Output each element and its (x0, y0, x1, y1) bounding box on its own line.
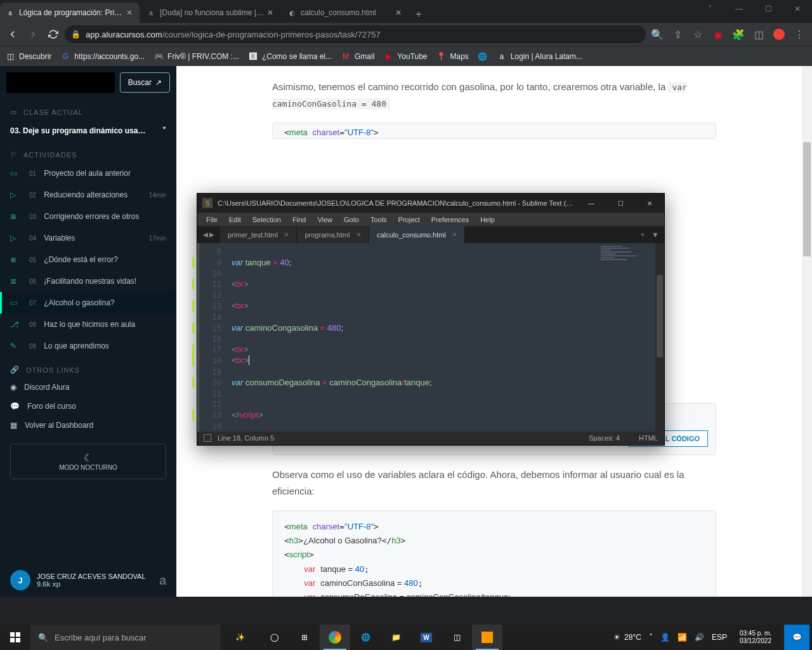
activity-item[interactable]: ▭01Proyecto del aula anterior (0, 162, 176, 184)
editor-tab-active[interactable]: calculo_consumo.html× (369, 226, 465, 243)
share-icon[interactable]: ⇪ (669, 25, 686, 43)
menu-find[interactable]: Find (287, 215, 311, 225)
bookmark-item[interactable]: 🌐 (478, 51, 488, 62)
link-forum[interactable]: 💬Foro del curso (0, 397, 176, 416)
dark-mode-toggle[interactable]: ☾ MODO NOCTURNO (10, 444, 166, 479)
syntax-setting[interactable]: HTML (639, 434, 658, 442)
taskbar-sublime[interactable] (472, 625, 502, 650)
menu-file[interactable]: File (201, 215, 223, 225)
indent-setting[interactable]: Spaces: 4 (589, 434, 620, 442)
zoom-icon[interactable]: 🔍 (648, 25, 666, 43)
reload-button[interactable] (44, 25, 62, 43)
sidepanel-icon[interactable]: ◫ (750, 25, 768, 43)
cortana-icon[interactable]: ✨ (221, 625, 259, 650)
bookmark-item[interactable]: 📍Maps (436, 51, 469, 62)
scroll-thumb[interactable] (803, 142, 811, 256)
browser-tab[interactable]: ◐ calculo_consumo.html ✕ (282, 3, 409, 23)
link-discord[interactable]: ◉Discord Alura (0, 378, 176, 397)
extensions-icon[interactable]: 🧩 (730, 25, 747, 43)
forward-button[interactable] (24, 25, 42, 43)
notification-icon[interactable]: 💬 (784, 625, 809, 650)
weather-widget[interactable]: ☀28°C (613, 633, 641, 642)
menu-goto[interactable]: Goto (339, 215, 364, 225)
activity-item[interactable]: ≣06¡Facilitando nuestras vidas! (0, 270, 176, 292)
editor-tab[interactable]: programa.html× (297, 226, 369, 243)
wifi-icon[interactable]: 📶 (678, 633, 687, 642)
taskview-icon[interactable]: ◯ (259, 625, 289, 650)
chevron-up-icon[interactable]: ˄ (649, 633, 653, 642)
bookmark-item[interactable]: 🅱¿Como se llama el... (248, 51, 332, 62)
taskbar-edge[interactable]: 🌐 (350, 625, 381, 650)
menu-preferences[interactable]: Preferences (426, 215, 474, 225)
sublime-titlebar[interactable]: S C:\Users\USUARIO\Documents\JOSELO\LOGI… (197, 194, 664, 213)
activity-item[interactable]: ✎09Lo que aprendimos (0, 335, 176, 357)
menu-selection[interactable]: Selection (247, 215, 286, 225)
panel-toggle-icon[interactable] (204, 434, 211, 442)
taskbar-search[interactable]: 🔍 Escribe aquí para buscar (30, 625, 221, 650)
close-icon[interactable]: ✕ (265, 8, 275, 18)
sublime-window[interactable]: S C:\Users\USUARIO\Documents\JOSELO\LOGI… (197, 193, 665, 446)
tab-nav[interactable]: ◀ ▶ (197, 226, 220, 243)
scroll-thumb[interactable] (657, 275, 663, 357)
search-button[interactable]: Buscar ↗ (120, 72, 170, 93)
activity-item[interactable]: ▷02Reduciendo alteraciones14min (0, 184, 176, 206)
activity-item[interactable]: ⎇08Haz lo que hicimos en aula (0, 314, 176, 335)
menu-edit[interactable]: Edit (224, 215, 246, 225)
profile-button[interactable] (770, 25, 788, 43)
bookmark-item[interactable]: Ghttps://accounts.go... (60, 51, 145, 62)
bookmark-item[interactable]: ▶YouTube (383, 51, 427, 62)
bookmark-item[interactable]: MGmail (341, 51, 374, 62)
code-area[interactable]: var tanque = 40; <br> <br> var caminoCon… (226, 243, 598, 431)
user-profile[interactable]: J JOSE CRUZ ACEVES SANDOVAL 9.6k xp a (0, 564, 176, 597)
search-input[interactable] (6, 72, 115, 93)
volume-icon[interactable]: 🔊 (695, 633, 704, 642)
bookmark-item[interactable]: 🎮Friv® | FRIV.COM :... (154, 51, 239, 62)
menu-help[interactable]: Help (475, 215, 500, 225)
activity-item[interactable]: ≣05¿Dónde está el error? (0, 249, 176, 270)
minimize-icon[interactable]: — (724, 0, 754, 18)
minimap[interactable] (598, 243, 655, 431)
chevron-down-icon[interactable]: ▼ (652, 230, 659, 239)
address-bar[interactable]: 🔒 app.aluracursos.com/course/logica-de-p… (65, 25, 646, 43)
activity-item[interactable]: ▷04Variables17min (0, 227, 176, 249)
plus-icon[interactable]: ＋ (639, 229, 646, 240)
scrollbar[interactable] (802, 66, 812, 597)
browser-tab[interactable]: a [Duda] no funciona sublime | Pro ✕ (141, 3, 280, 23)
star-icon[interactable]: ☆ (689, 25, 707, 43)
minimize-icon[interactable]: — (577, 194, 606, 213)
menu-tools[interactable]: Tools (365, 215, 392, 225)
close-icon[interactable]: × (356, 230, 361, 239)
bookmark-item[interactable]: aLogin | Alura Latam... (497, 51, 582, 62)
extension-icon[interactable]: ◉ (709, 25, 727, 43)
bookmark-item[interactable]: ◫Descubrir (5, 51, 51, 62)
clock[interactable]: 03:45 p. m. 03/12/2022 (735, 630, 776, 645)
menu-project[interactable]: Project (393, 215, 425, 225)
editor-body[interactable]: 89101112131415161718192021222324 var tan… (197, 243, 664, 431)
editor-tab[interactable]: primer_test.html× (220, 226, 297, 243)
taskbar-word[interactable]: W (411, 625, 442, 650)
people-icon[interactable]: 👤 (660, 633, 670, 642)
maximize-icon[interactable]: ☐ (754, 0, 783, 18)
taskbar-app[interactable]: ⊞ (289, 625, 320, 650)
close-icon[interactable]: ✕ (783, 0, 812, 18)
activity-item-selected[interactable]: ▭07¿Alcohol o gasolina? (0, 292, 176, 314)
link-dashboard[interactable]: ▦Volver al Dashboard (0, 416, 176, 435)
maximize-icon[interactable]: ☐ (606, 194, 635, 213)
scrollbar[interactable] (655, 243, 664, 431)
close-icon[interactable]: ✕ (393, 8, 403, 18)
activity-item[interactable]: ≣03Corrigiendo errores de otros (0, 206, 176, 227)
back-button[interactable] (4, 25, 22, 43)
current-class[interactable]: 03. Deje su programa dinámico usando Var… (0, 120, 176, 142)
taskbar-explorer[interactable]: 📁 (381, 625, 411, 650)
taskbar-app[interactable]: ◫ (442, 625, 472, 650)
close-icon[interactable]: ✕ (635, 194, 664, 213)
close-icon[interactable]: × (284, 230, 289, 239)
chevron-down-icon[interactable]: ˅ (695, 0, 724, 18)
menu-view[interactable]: View (312, 215, 337, 225)
start-button[interactable] (0, 625, 30, 650)
browser-tab-active[interactable]: a Lógica de programación: Primeros ✕ (0, 3, 140, 23)
language-indicator[interactable]: ESP (712, 633, 727, 642)
close-icon[interactable]: × (452, 230, 457, 239)
close-icon[interactable]: ✕ (124, 8, 134, 18)
menu-icon[interactable]: ⋮ (790, 25, 808, 43)
